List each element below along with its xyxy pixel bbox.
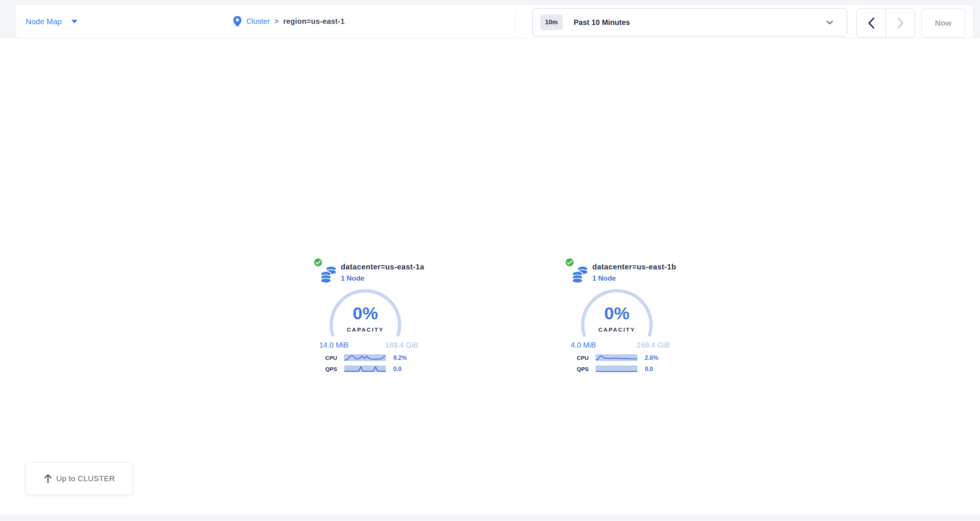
- qps-sparkline: [596, 365, 637, 372]
- breadcrumb: Cluster > region=us-east-1: [233, 5, 345, 38]
- qps-label: QPS: [563, 366, 589, 372]
- capacity-total: 169.4 GiB: [636, 341, 670, 349]
- up-to-cluster-button[interactable]: Up to CLUSTER: [25, 462, 133, 495]
- capacity-gauge-arc: [579, 287, 654, 362]
- cpu-value: 2.6%: [645, 355, 658, 361]
- database-stack-icon: [320, 265, 337, 285]
- datacenter-card[interactable]: datacenter=us-east-1b 1 Node 0% CAPACITY…: [563, 256, 675, 379]
- datacenter-name: datacenter=us-east-1b: [592, 263, 676, 271]
- header-bar: Node Map Cluster > region=us-east-1 10m …: [16, 5, 974, 38]
- page-top-margin: [0, 0, 980, 5]
- time-back-button[interactable]: [857, 9, 886, 37]
- cpu-label: CPU: [312, 355, 337, 361]
- capacity-percent: 0%: [328, 303, 402, 323]
- qps-sparkline: [344, 365, 386, 372]
- qps-metric-row: QPS 0.0: [312, 365, 423, 373]
- view-selector-dropdown[interactable]: Node Map: [22, 5, 81, 38]
- page-bottom-margin: [0, 514, 980, 521]
- capacity-caption: CAPACITY: [580, 327, 654, 333]
- chevron-down-icon: [826, 20, 834, 25]
- datacenter-name: datacenter=us-east-1a: [341, 263, 424, 271]
- time-range-badge: 10m: [540, 14, 563, 30]
- database-stack-icon: [571, 265, 589, 285]
- time-range-dropdown[interactable]: 10m Past 10 Minutes: [532, 8, 847, 37]
- cpu-sparkline: [596, 354, 637, 361]
- arrow-up-icon: [43, 474, 52, 483]
- datacenter-node-count: 1 Node: [341, 274, 364, 282]
- time-step-buttons: [856, 8, 915, 38]
- breadcrumb-current: region=us-east-1: [283, 17, 345, 25]
- up-to-cluster-label: Up to CLUSTER: [56, 474, 115, 483]
- cpu-value: 9.2%: [393, 355, 407, 361]
- chevron-right-icon: [897, 17, 904, 29]
- datacenter-node-count: 1 Node: [592, 274, 616, 282]
- breadcrumb-separator: >: [274, 17, 279, 25]
- time-range-label: Past 10 Minutes: [574, 18, 826, 27]
- capacity-caption: CAPACITY: [328, 327, 402, 333]
- qps-metric-row: QPS 0.0: [563, 365, 675, 373]
- cpu-sparkline: [344, 354, 386, 361]
- capacity-used: 4.0 MiB: [571, 341, 596, 349]
- chevron-left-icon: [868, 17, 875, 29]
- qps-value: 0.0: [393, 366, 401, 373]
- capacity-percent: 0%: [580, 303, 654, 323]
- time-forward-button[interactable]: [886, 9, 915, 37]
- view-selector-label: Node Map: [25, 17, 62, 26]
- capacity-values: 14.0 MiB 169.4 GiB: [319, 341, 418, 349]
- datacenter-card[interactable]: datacenter=us-east-1a 1 Node 0% CAPACITY…: [312, 256, 423, 379]
- header-row: Node Map Cluster > region=us-east-1 10m …: [0, 5, 980, 38]
- capacity-total: 169.4 GiB: [385, 341, 418, 349]
- cpu-label: CPU: [563, 355, 589, 361]
- capacity-gauge-arc: [328, 287, 403, 362]
- qps-value: 0.0: [645, 366, 653, 373]
- caret-down-icon: [72, 20, 77, 24]
- capacity-used: 14.0 MiB: [319, 341, 348, 349]
- node-map-canvas: datacenter=us-east-1a 1 Node 0% CAPACITY…: [0, 38, 980, 514]
- location-pin-icon: [233, 16, 242, 27]
- qps-label: QPS: [312, 366, 337, 372]
- cpu-metric-row: CPU 2.6%: [563, 354, 675, 362]
- breadcrumb-cluster-link[interactable]: Cluster: [246, 17, 270, 25]
- cpu-metric-row: CPU 9.2%: [312, 354, 423, 362]
- capacity-values: 4.0 MiB 169.4 GiB: [571, 341, 670, 349]
- now-button[interactable]: Now: [921, 8, 965, 38]
